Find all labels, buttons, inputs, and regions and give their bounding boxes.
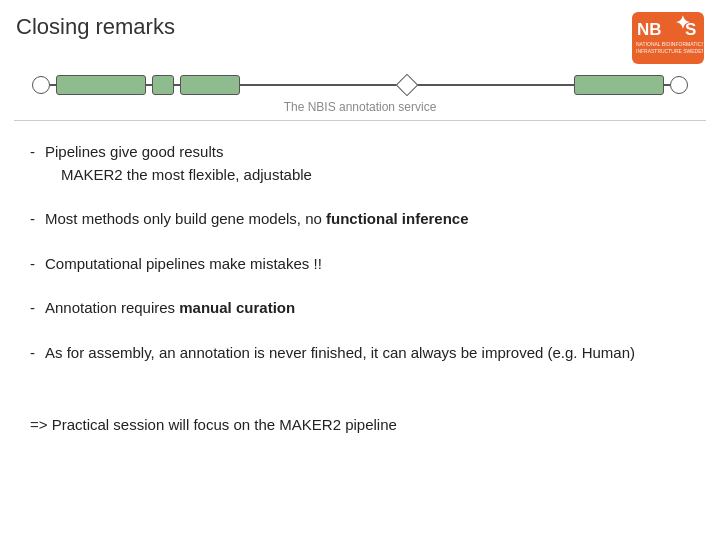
bullet-5: - As for assembly, an annotation is neve… (30, 342, 690, 365)
nbis-logo: NB ✦ S NATIONAL BIOINFORMATICS INFRASTRU… (632, 12, 704, 64)
bullet-main-2: Most methods only build gene models, no (45, 210, 326, 227)
pipeline-step-1 (56, 75, 146, 95)
bullet-3: - Computational pipelines make mistakes … (30, 253, 690, 276)
pipeline-step-2 (152, 75, 174, 95)
pipeline-step-3 (180, 75, 240, 95)
bullet-text-1: Pipelines give good results MAKER2 the m… (45, 141, 690, 186)
logo-svg: NB ✦ S NATIONAL BIOINFORMATICS INFRASTRU… (633, 13, 703, 63)
content-area: - Pipelines give good results MAKER2 the… (0, 121, 720, 406)
logo-area: NB ✦ S NATIONAL BIOINFORMATICS INFRASTRU… (632, 12, 704, 64)
bullet-dash-3: - (30, 253, 35, 276)
svg-text:INFRASTRUCTURE SWEDEN: INFRASTRUCTURE SWEDEN (636, 48, 703, 54)
slide-title: Closing remarks (16, 12, 175, 40)
bullet-2: - Most methods only build gene models, n… (30, 208, 690, 231)
bullet-dash-4: - (30, 297, 35, 320)
bullet-sub-1: MAKER2 the most flexible, adjustable (61, 164, 690, 187)
bullet-dash-5: - (30, 342, 35, 365)
header: Closing remarks NB ✦ S NATIONAL BIOINFOR… (0, 0, 720, 64)
pipeline-node-1 (32, 76, 50, 94)
bullet-bold-4: manual curation (179, 299, 295, 316)
bullet-text-2: Most methods only build gene models, no … (45, 208, 690, 231)
svg-text:NB: NB (637, 20, 662, 39)
slide: Closing remarks NB ✦ S NATIONAL BIOINFOR… (0, 0, 720, 540)
bullet-4: - Annotation requires manual curation (30, 297, 690, 320)
svg-text:S: S (685, 20, 696, 39)
bullet-text-4: Annotation requires manual curation (45, 297, 690, 320)
pipeline-connector (415, 84, 574, 86)
bullet-text-3: Computational pipelines make mistakes !! (45, 253, 690, 276)
bullet-1: - Pipelines give good results MAKER2 the… (30, 141, 690, 186)
bullet-bold-2: functional inference (326, 210, 469, 227)
pipeline-diagram (16, 64, 704, 98)
annotation-service-label: The NBIS annotation service (16, 100, 704, 114)
pipeline-step-4 (574, 75, 664, 95)
pipeline-node-2 (396, 74, 419, 97)
practical-note: => Practical session will focus on the M… (0, 406, 720, 433)
svg-text:NATIONAL BIOINFORMATICS: NATIONAL BIOINFORMATICS (636, 41, 703, 47)
pipeline-connector (240, 84, 399, 86)
pipeline-node-3 (670, 76, 688, 94)
bullet-main-4: Annotation requires (45, 299, 179, 316)
bullet-dash-2: - (30, 208, 35, 231)
bullet-dash-1: - (30, 141, 35, 186)
bullet-main-1: Pipelines give good results (45, 143, 223, 160)
bullet-text-5: As for assembly, an annotation is never … (45, 342, 690, 365)
